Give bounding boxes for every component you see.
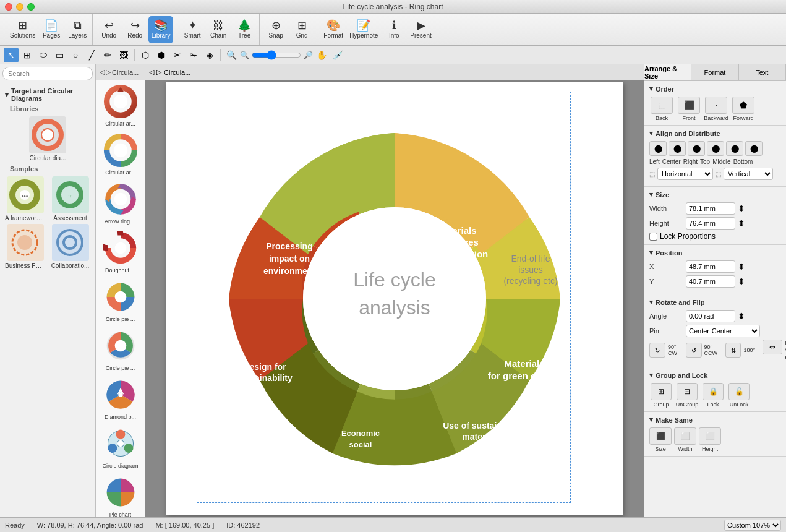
sample-framework[interactable]: ●●● A framework ... (4, 176, 46, 221)
tree-subsection-samples[interactable]: Samples (0, 164, 95, 174)
zoom-in-icon[interactable]: 🔎 (304, 51, 313, 59)
shape-arrow-ring[interactable]: Arrow ring ... (98, 181, 142, 225)
pen-tool[interactable]: ✏ (100, 48, 115, 62)
tree-section-target[interactable]: ▾ Target and Circular Diagrams (0, 85, 95, 104)
shape-circle-diagram[interactable]: Circle diagram (98, 425, 142, 469)
canvas-content[interactable]: Life cycle analysis Materials resources … (145, 80, 644, 517)
canvas-page[interactable]: Life cycle analysis Materials resources … (166, 82, 623, 515)
chain-button[interactable]: ⛓ Chain (206, 16, 231, 43)
make-same-title[interactable]: ▾ Make Same (649, 416, 781, 424)
grid-button[interactable]: ⊞ Grid (289, 16, 314, 43)
line-tool[interactable]: ╱ (84, 48, 99, 62)
pages-button[interactable]: 📄 Pages (39, 16, 64, 43)
info-button[interactable]: ℹ Info (382, 16, 406, 43)
shape-circular-ar2[interactable]: Circular ar... (98, 132, 142, 176)
shape-doughnut[interactable]: Doughnut ... (98, 230, 142, 273)
undo-button[interactable]: ↩ Undo (96, 16, 121, 43)
forward-button[interactable]: ⬟ Forward (731, 97, 756, 121)
width-stepper[interactable]: ⬍ (738, 204, 745, 213)
sample-collaboration[interactable]: Collaboratio... (49, 224, 92, 269)
backward-button[interactable]: ⬞ Backward (704, 97, 728, 121)
rotate-180-btn[interactable]: ⇅ (725, 343, 741, 358)
eraser-tool[interactable]: ◈ (202, 48, 217, 62)
width-input[interactable] (686, 202, 735, 215)
horizontal-select[interactable]: Horizontal (657, 168, 713, 180)
circle-tool[interactable]: ○ (68, 48, 83, 62)
snap-button[interactable]: ⊕ Snap (263, 16, 288, 43)
back-arrow[interactable]: ◁ (100, 68, 105, 76)
align-middle-btn[interactable]: ⬤ (726, 141, 743, 156)
angle-input[interactable] (686, 310, 735, 322)
front-button[interactable]: ⬛ Front (677, 97, 701, 121)
image-tool[interactable]: 🖼 (116, 48, 131, 62)
present-button[interactable]: ▶ Present (408, 16, 434, 43)
align-right-btn[interactable]: ⬤ (688, 141, 705, 156)
tab-format[interactable]: Format (691, 64, 738, 80)
layers-button[interactable]: ⧉ Layers (65, 16, 90, 43)
zoom-slider[interactable] (252, 50, 301, 60)
flip-btn[interactable]: ⇔ (763, 340, 782, 361)
height-stepper[interactable]: ⬍ (738, 218, 745, 228)
zoom-select[interactable]: Custom 107% 50% 75% 100% 150% 200% (724, 520, 781, 531)
redo-button[interactable]: ↪ Redo (122, 16, 147, 43)
align-left-btn[interactable]: ⬤ (649, 141, 667, 156)
align-center-btn[interactable]: ⬤ (669, 141, 686, 156)
hand-tool[interactable]: ✋ (314, 48, 329, 62)
ms-width-btn[interactable]: ⬜ Width (674, 427, 696, 452)
link-tool[interactable]: ⬢ (154, 48, 169, 62)
sample-assessment[interactable]: ↑↑ Assessment (49, 176, 92, 221)
rotate-title[interactable]: ▾ Rotate and Flip (649, 298, 781, 306)
format-button[interactable]: 🎨 Format (321, 16, 346, 43)
eyedrop-tool[interactable]: 💉 (330, 48, 345, 62)
tree-button[interactable]: 🌲 Tree (232, 16, 257, 43)
maximize-button[interactable] (27, 3, 35, 11)
ungroup-btn[interactable]: ⊟ UnGroup (675, 383, 699, 408)
ms-height-btn[interactable]: ⬜ Height (699, 427, 721, 452)
select-tool[interactable]: ↖ (4, 48, 19, 62)
y-input[interactable] (686, 275, 735, 288)
forward-nav[interactable]: ▷ (156, 68, 161, 76)
shape-pie-chart[interactable]: Pie chart (98, 474, 142, 517)
forward-arrow[interactable]: ▷ (106, 68, 111, 76)
rotate-90ccw-btn[interactable]: ↺ (686, 343, 702, 358)
tree-subsection-libraries[interactable]: Libraries (0, 104, 95, 114)
connect-tool[interactable]: ⬡ (138, 48, 153, 62)
zoom-out-icon[interactable]: 🔍 (240, 51, 249, 59)
smart-button[interactable]: ✦ Smart (180, 16, 205, 43)
height-input[interactable] (686, 217, 735, 230)
shape-tool[interactable]: ⬭ (36, 48, 51, 62)
align-bottom-btn[interactable]: ⬤ (745, 141, 763, 156)
lock-proportions-checkbox[interactable] (649, 233, 657, 241)
position-title[interactable]: ▾ Position (649, 249, 781, 257)
y-stepper[interactable]: ⬍ (738, 277, 745, 286)
tab-text[interactable]: Text (739, 64, 786, 80)
zoom-tool[interactable]: 🔍 (224, 48, 239, 62)
x-stepper[interactable]: ⬍ (738, 262, 745, 272)
minimize-button[interactable] (16, 3, 23, 11)
solutions-button[interactable]: ⊞ Solutions (7, 16, 38, 43)
x-input[interactable] (686, 260, 735, 273)
library-button[interactable]: 📚 Library (148, 16, 173, 43)
sample-business[interactable]: Business Fee... (4, 224, 46, 269)
cut-tool[interactable]: ✁ (186, 48, 201, 62)
back-nav[interactable]: ◁ (149, 68, 154, 76)
size-title[interactable]: ▾ Size (649, 191, 781, 199)
shape-circle-pie1[interactable]: Circle pie ... (98, 278, 142, 322)
back-button[interactable]: ⬚ Back (649, 97, 674, 121)
shape-diamond[interactable]: Diamond p... (98, 376, 142, 420)
hypernote-button[interactable]: 📝 Hypernote (347, 16, 380, 43)
unlock-btn[interactable]: 🔓 UnLock (727, 383, 751, 408)
library-item-circular-dia[interactable]: Circular dia... (29, 116, 66, 161)
align-title[interactable]: ▾ Align and Distribute (649, 129, 781, 137)
search-input[interactable] (2, 67, 93, 80)
shape-circular-ar1[interactable]: Circular ar... (98, 83, 142, 127)
group-title[interactable]: ▾ Group and Lock (649, 371, 781, 379)
group-btn[interactable]: ⊞ Group (649, 383, 673, 408)
shape-circle-pie2[interactable]: Circle pie ... (98, 327, 142, 371)
tab-arrange-size[interactable]: Arrange & Size (644, 64, 691, 80)
pin-select[interactable]: Center-Center Top-Left Top-Center Top-Ri… (686, 325, 760, 337)
rotate-90cw-btn[interactable]: ↻ (649, 343, 665, 358)
align-top-btn[interactable]: ⬤ (707, 141, 724, 156)
close-button[interactable] (5, 3, 12, 11)
text-tool[interactable]: ⊞ (20, 48, 35, 62)
